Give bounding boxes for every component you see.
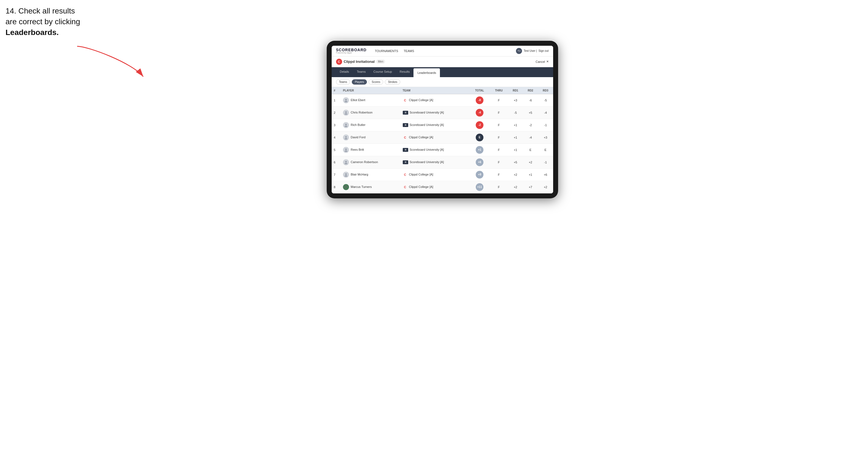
- cell-rd1: +1: [508, 119, 523, 131]
- cancel-button[interactable]: Cancel ✕: [535, 60, 549, 63]
- team-name: Scoreboard University [A]: [410, 111, 444, 114]
- table-row: 4David FordCClippd College [A]EF+1-4+3: [332, 131, 553, 144]
- filter-scores[interactable]: Scores: [369, 79, 383, 85]
- score-badge: -8: [476, 96, 484, 104]
- cell-player: MTMarcus Turners: [341, 181, 401, 193]
- player-name: Elliot Ebert: [351, 98, 365, 101]
- cell-rank: 3: [332, 119, 341, 131]
- sign-out-link[interactable]: Sign out: [538, 49, 549, 52]
- svg-point-3: [345, 111, 347, 113]
- cell-rd2: E: [523, 144, 538, 156]
- tournament-title: Clippd Invitational: [344, 60, 375, 64]
- tab-leaderboards[interactable]: Leaderboards: [413, 68, 440, 77]
- cell-rd2: +5: [523, 106, 538, 119]
- team-logo: ☰: [403, 123, 408, 127]
- cell-rd2: +7: [523, 181, 538, 193]
- cell-thru: F: [490, 181, 508, 193]
- cell-rd3: +2: [538, 181, 553, 193]
- svg-point-4: [345, 113, 347, 115]
- cell-rd2: -6: [523, 94, 538, 106]
- tab-results[interactable]: Results: [396, 67, 414, 77]
- logo-sub: Powered by clippd: [336, 52, 367, 54]
- leaderboard-table: # PLAYER TEAM TOTAL THRU RD1 RD2 RD3 1El…: [332, 87, 553, 193]
- filter-teams[interactable]: Teams: [336, 79, 350, 85]
- cell-player: Rich Butler: [341, 119, 401, 131]
- cell-rd1: -5: [508, 106, 523, 119]
- col-rd1: RD1: [508, 87, 523, 94]
- col-player: PLAYER: [341, 87, 401, 94]
- tab-teams[interactable]: Teams: [353, 67, 369, 77]
- team-logo: C: [403, 172, 408, 177]
- cell-rd1: +1: [508, 131, 523, 144]
- svg-point-11: [345, 161, 347, 162]
- player-avatar: MT: [343, 184, 349, 190]
- instruction-line3: Leaderboards.: [5, 28, 59, 37]
- svg-point-14: [345, 175, 347, 177]
- cell-rd3: -1: [538, 119, 553, 131]
- player-avatar: [343, 110, 349, 116]
- nav-tournaments[interactable]: TOURNAMENTS: [375, 48, 398, 54]
- score-badge: +1: [476, 146, 484, 154]
- logo-text: SCOREBOARD: [336, 48, 367, 52]
- filter-players[interactable]: Players: [352, 79, 367, 85]
- arrow-indicator: [61, 41, 149, 85]
- cell-total: +11: [469, 181, 490, 193]
- cell-thru: F: [490, 94, 508, 106]
- team-logo: C: [403, 98, 408, 103]
- cell-rank: 2: [332, 106, 341, 119]
- svg-point-2: [345, 101, 347, 102]
- cell-rd1: +2: [508, 181, 523, 193]
- team-logo: ☰: [403, 148, 408, 152]
- filter-strokes[interactable]: Strokes: [385, 79, 400, 85]
- table-header-row: # PLAYER TEAM TOTAL THRU RD1 RD2 RD3: [332, 87, 553, 94]
- cell-team: ☰Scoreboard University [A]: [401, 156, 470, 168]
- table-row: 7Blair McHargCClippd College [A]+9F+2+1+…: [332, 168, 553, 181]
- cell-player: Chris Robertson: [341, 106, 401, 119]
- cell-total: E: [469, 131, 490, 144]
- nav-teams[interactable]: TEAMS: [404, 48, 414, 54]
- team-name: Scoreboard University [A]: [410, 123, 444, 126]
- col-thru: THRU: [490, 87, 508, 94]
- tab-details[interactable]: Details: [336, 67, 353, 77]
- user-avatar: TU: [516, 48, 522, 54]
- cell-rank: 4: [332, 131, 341, 144]
- cell-team: ☰Scoreboard University [A]: [401, 119, 470, 131]
- table-row: 5Rees Britt☰Scoreboard University [A]+1F…: [332, 144, 553, 156]
- score-badge: E: [476, 134, 484, 141]
- cell-total: +9: [469, 168, 490, 181]
- cell-rd1: +3: [508, 94, 523, 106]
- player-avatar: [343, 159, 349, 165]
- team-logo: ☰: [403, 160, 408, 164]
- cell-rd3: E: [538, 144, 553, 156]
- cell-rd3: +3: [538, 131, 553, 144]
- tablet-screen: SCOREBOARD Powered by clippd TOURNAMENTS…: [332, 46, 553, 193]
- sub-nav: C Clippd Invitational Men Cancel ✕: [332, 57, 553, 67]
- team-name: Scoreboard University [A]: [410, 160, 444, 164]
- cell-rd3: -1: [538, 156, 553, 168]
- tab-course-setup[interactable]: Course Setup: [370, 67, 396, 77]
- cell-rd3: +6: [538, 168, 553, 181]
- cell-rd1: +5: [508, 156, 523, 168]
- cell-rd2: +1: [523, 168, 538, 181]
- cell-rank: 7: [332, 168, 341, 181]
- scene-wrapper: SCOREBOARD Powered by clippd TOURNAMENTS…: [5, 41, 863, 198]
- table-row: 8MTMarcus TurnersCClippd College [A]+11F…: [332, 181, 553, 193]
- col-rank: #: [332, 87, 341, 94]
- svg-point-10: [345, 150, 347, 152]
- team-logo: C: [403, 185, 408, 190]
- logo-area: SCOREBOARD Powered by clippd: [336, 48, 367, 54]
- cell-rank: 8: [332, 181, 341, 193]
- cell-player: Rees Britt: [341, 144, 401, 156]
- cell-thru: F: [490, 106, 508, 119]
- player-name: Rich Butler: [351, 123, 366, 126]
- player-name: Chris Robertson: [351, 111, 372, 114]
- cell-thru: F: [490, 168, 508, 181]
- svg-point-9: [345, 149, 347, 150]
- filter-row: Teams Players Scores Strokes: [332, 77, 553, 87]
- score-badge: -2: [476, 121, 484, 129]
- table-row: 1Elliot EbertCClippd College [A]-8F+3-6-…: [332, 94, 553, 106]
- instruction-line2: are correct by clicking: [5, 18, 80, 26]
- player-name: Blair McHarg: [351, 173, 368, 176]
- cell-rd1: +2: [508, 168, 523, 181]
- svg-point-13: [345, 173, 347, 175]
